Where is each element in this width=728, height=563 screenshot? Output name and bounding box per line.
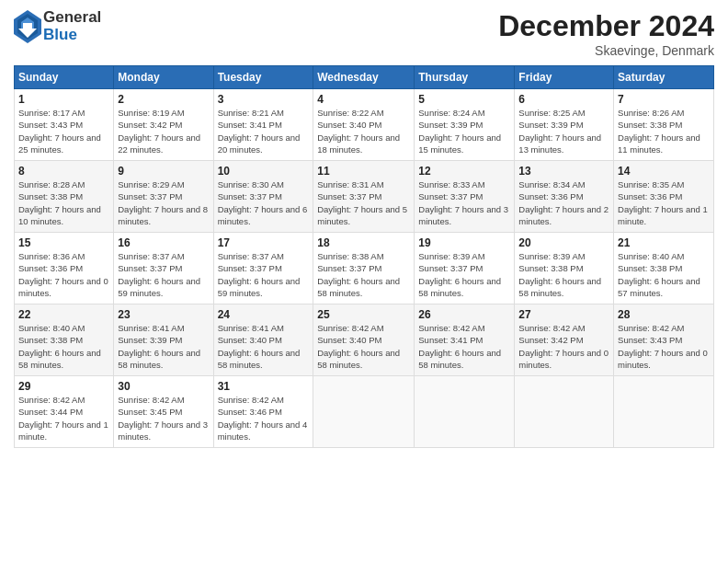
table-row: 5 Sunrise: 8:24 AMSunset: 3:39 PMDayligh… [415, 89, 515, 161]
day-info: Sunrise: 8:35 AMSunset: 3:36 PMDaylight:… [618, 178, 710, 227]
logo-icon [14, 10, 41, 43]
day-number: 29 [18, 380, 109, 393]
day-number: 22 [18, 308, 109, 321]
day-number: 23 [118, 308, 209, 321]
day-info: Sunrise: 8:39 AMSunset: 3:38 PMDaylight:… [518, 250, 609, 299]
day-number: 16 [118, 236, 209, 249]
table-row: 2 Sunrise: 8:19 AMSunset: 3:42 PMDayligh… [114, 89, 213, 161]
day-info: Sunrise: 8:34 AMSunset: 3:36 PMDaylight:… [518, 178, 609, 227]
day-number: 19 [418, 236, 510, 249]
day-number: 8 [18, 165, 109, 178]
day-info: Sunrise: 8:19 AMSunset: 3:42 PMDaylight:… [118, 107, 209, 155]
day-number: 20 [518, 236, 609, 249]
logo: General Blue [14, 9, 101, 43]
title-block: December 2024 Skaevinge, Denmark [498, 9, 714, 58]
day-info: Sunrise: 8:25 AMSunset: 3:39 PMDaylight:… [518, 107, 609, 155]
day-number: 10 [218, 165, 310, 178]
table-row: 13 Sunrise: 8:34 AMSunset: 3:36 PMDaylig… [515, 161, 614, 233]
day-number: 17 [218, 236, 310, 249]
title-location: Skaevinge, Denmark [498, 43, 714, 58]
day-number: 28 [618, 308, 710, 321]
table-row [515, 376, 614, 448]
day-info: Sunrise: 8:29 AMSunset: 3:37 PMDaylight:… [118, 178, 209, 227]
day-number: 26 [418, 308, 510, 321]
day-info: Sunrise: 8:39 AMSunset: 3:37 PMDaylight:… [418, 250, 510, 299]
day-info: Sunrise: 8:28 AMSunset: 3:38 PMDaylight:… [18, 178, 109, 227]
table-row: 12 Sunrise: 8:33 AMSunset: 3:37 PMDaylig… [415, 161, 515, 233]
day-number: 7 [618, 93, 710, 106]
day-info: Sunrise: 8:41 AMSunset: 3:39 PMDaylight:… [118, 322, 209, 371]
day-info: Sunrise: 8:38 AMSunset: 3:37 PMDaylight:… [317, 250, 410, 299]
calendar-page: General Blue December 2024 Skaevinge, De… [0, 0, 728, 563]
day-info: Sunrise: 8:36 AMSunset: 3:36 PMDaylight:… [18, 250, 109, 299]
table-row: 1 Sunrise: 8:17 AMSunset: 3:43 PMDayligh… [15, 89, 114, 161]
day-info: Sunrise: 8:33 AMSunset: 3:37 PMDaylight:… [418, 178, 510, 227]
day-info: Sunrise: 8:26 AMSunset: 3:38 PMDaylight:… [618, 107, 710, 155]
day-info: Sunrise: 8:31 AMSunset: 3:37 PMDaylight:… [317, 178, 410, 227]
day-info: Sunrise: 8:41 AMSunset: 3:40 PMDaylight:… [218, 322, 310, 371]
day-number: 3 [218, 93, 310, 106]
header-sunday: Sunday [15, 66, 114, 89]
day-number: 27 [518, 308, 609, 321]
day-number: 14 [618, 165, 710, 178]
header-friday: Friday [515, 66, 614, 89]
day-number: 5 [418, 93, 510, 106]
table-row: 4 Sunrise: 8:22 AMSunset: 3:40 PMDayligh… [313, 89, 415, 161]
table-row: 6 Sunrise: 8:25 AMSunset: 3:39 PMDayligh… [515, 89, 614, 161]
day-info: Sunrise: 8:42 AMSunset: 3:42 PMDaylight:… [518, 322, 609, 371]
header: General Blue December 2024 Skaevinge, De… [14, 9, 714, 58]
day-number: 21 [618, 236, 710, 249]
table-row: 7 Sunrise: 8:26 AMSunset: 3:38 PMDayligh… [614, 89, 714, 161]
header-tuesday: Tuesday [213, 66, 313, 89]
table-row: 17 Sunrise: 8:37 AMSunset: 3:37 PMDaylig… [213, 233, 313, 304]
day-number: 31 [218, 380, 310, 393]
table-row: 22 Sunrise: 8:40 AMSunset: 3:38 PMDaylig… [15, 304, 114, 376]
day-info: Sunrise: 8:42 AMSunset: 3:44 PMDaylight:… [18, 394, 109, 442]
day-info: Sunrise: 8:42 AMSunset: 3:46 PMDaylight:… [218, 394, 310, 442]
day-info: Sunrise: 8:30 AMSunset: 3:37 PMDaylight:… [218, 178, 310, 227]
logo-general: General [43, 9, 101, 27]
header-wednesday: Wednesday [313, 66, 415, 89]
day-info: Sunrise: 8:37 AMSunset: 3:37 PMDaylight:… [218, 250, 310, 299]
table-row: 11 Sunrise: 8:31 AMSunset: 3:37 PMDaylig… [313, 161, 415, 233]
table-row: 23 Sunrise: 8:41 AMSunset: 3:39 PMDaylig… [114, 304, 213, 376]
table-row: 9 Sunrise: 8:29 AMSunset: 3:37 PMDayligh… [114, 161, 213, 233]
calendar-header: Sunday Monday Tuesday Wednesday Thursday… [15, 66, 714, 89]
logo-blue: Blue [43, 27, 101, 44]
table-row: 29 Sunrise: 8:42 AMSunset: 3:44 PMDaylig… [15, 376, 114, 448]
table-row: 25 Sunrise: 8:42 AMSunset: 3:40 PMDaylig… [313, 304, 415, 376]
day-info: Sunrise: 8:40 AMSunset: 3:38 PMDaylight:… [618, 250, 710, 299]
table-row: 24 Sunrise: 8:41 AMSunset: 3:40 PMDaylig… [213, 304, 313, 376]
day-number: 9 [118, 165, 209, 178]
day-number: 25 [317, 308, 410, 321]
table-row: 27 Sunrise: 8:42 AMSunset: 3:42 PMDaylig… [515, 304, 614, 376]
header-saturday: Saturday [614, 66, 714, 89]
day-number: 13 [518, 165, 609, 178]
table-row: 8 Sunrise: 8:28 AMSunset: 3:38 PMDayligh… [15, 161, 114, 233]
table-row: 3 Sunrise: 8:21 AMSunset: 3:41 PMDayligh… [213, 89, 313, 161]
calendar-body: 1 Sunrise: 8:17 AMSunset: 3:43 PMDayligh… [15, 89, 714, 448]
table-row: 18 Sunrise: 8:38 AMSunset: 3:37 PMDaylig… [313, 233, 415, 304]
day-info: Sunrise: 8:21 AMSunset: 3:41 PMDaylight:… [218, 107, 310, 155]
table-row: 26 Sunrise: 8:42 AMSunset: 3:41 PMDaylig… [415, 304, 515, 376]
day-info: Sunrise: 8:42 AMSunset: 3:40 PMDaylight:… [317, 322, 410, 371]
day-info: Sunrise: 8:42 AMSunset: 3:41 PMDaylight:… [418, 322, 510, 371]
day-info: Sunrise: 8:17 AMSunset: 3:43 PMDaylight:… [18, 107, 109, 155]
day-number: 24 [218, 308, 310, 321]
day-number: 30 [118, 380, 209, 393]
day-number: 6 [518, 93, 609, 106]
title-month: December 2024 [498, 9, 714, 43]
table-row: 15 Sunrise: 8:36 AMSunset: 3:36 PMDaylig… [15, 233, 114, 304]
table-row: 28 Sunrise: 8:42 AMSunset: 3:43 PMDaylig… [614, 304, 714, 376]
day-number: 15 [18, 236, 109, 249]
table-row: 10 Sunrise: 8:30 AMSunset: 3:37 PMDaylig… [213, 161, 313, 233]
table-row: 19 Sunrise: 8:39 AMSunset: 3:37 PMDaylig… [415, 233, 515, 304]
day-number: 12 [418, 165, 510, 178]
header-thursday: Thursday [415, 66, 515, 89]
day-number: 18 [317, 236, 410, 249]
table-row [313, 376, 415, 448]
table-row: 20 Sunrise: 8:39 AMSunset: 3:38 PMDaylig… [515, 233, 614, 304]
day-number: 1 [18, 93, 109, 106]
day-info: Sunrise: 8:42 AMSunset: 3:45 PMDaylight:… [118, 394, 209, 442]
day-number: 4 [317, 93, 410, 106]
